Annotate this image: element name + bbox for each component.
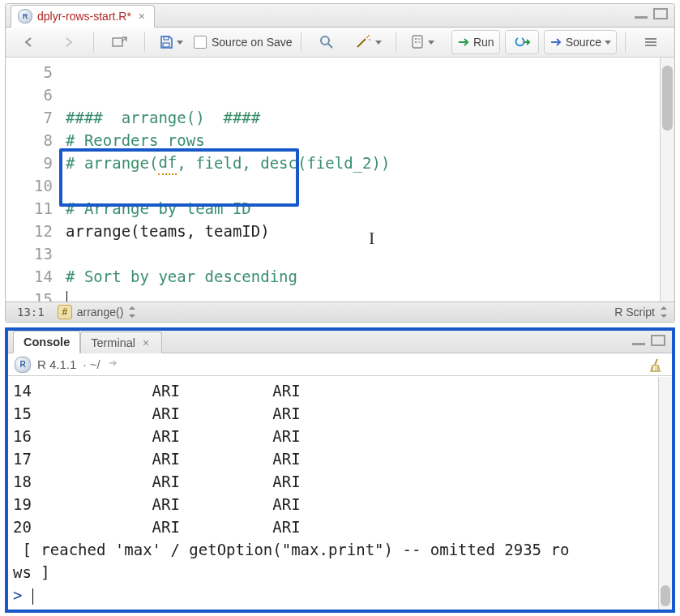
source-arrow-icon <box>550 36 562 48</box>
sort-arrows-icon <box>128 306 136 318</box>
code-line[interactable]: arrange(teams, teamID) <box>61 220 660 242</box>
save-button[interactable] <box>153 30 189 54</box>
console-pane-controls <box>631 335 665 346</box>
editor-status-bar: 13:1 # arrange() R Script <box>6 302 674 322</box>
editor-scrollbar[interactable] <box>660 58 674 302</box>
mouse-ibeam-cursor: I <box>369 229 374 247</box>
console-tab-strip: Console Terminal × <box>8 331 672 353</box>
go-to-dir-icon[interactable] <box>107 357 120 371</box>
working-dir-hint: · ~/ <box>83 357 100 371</box>
console-row: 17 ARI ARI <box>13 447 667 470</box>
maximize-pane-icon[interactable] <box>653 8 668 19</box>
chevron-down-icon <box>605 41 611 45</box>
r-version-label: R 4.1.1 <box>37 357 76 371</box>
console-scrollbar[interactable] <box>658 377 672 610</box>
back-button[interactable] <box>12 30 46 54</box>
svg-rect-14 <box>632 343 645 345</box>
svg-rect-2 <box>113 38 122 46</box>
console-row: 19 ARI ARI <box>13 493 667 515</box>
console-row: 15 ARI ARI <box>13 402 667 425</box>
sort-arrows-icon <box>660 306 668 318</box>
console-prompt[interactable]: > <box>13 584 667 606</box>
svg-rect-12 <box>415 41 417 43</box>
file-tab[interactable]: R dplyr-rows-start.R* × <box>11 5 155 28</box>
code-line[interactable]: #### arrange() #### <box>61 106 660 129</box>
tab-console-label: Console <box>24 336 70 349</box>
code-line[interactable]: # arrange(df, field, desc(field_2)) <box>61 152 660 174</box>
svg-rect-0 <box>635 16 648 19</box>
tab-terminal-label: Terminal <box>91 336 135 349</box>
rerun-button[interactable] <box>505 30 539 54</box>
file-type-selector[interactable]: R Script <box>614 306 668 319</box>
tab-terminal[interactable]: Terminal × <box>80 332 162 353</box>
file-tab-name: dplyr-rows-start.R* <box>37 10 131 23</box>
popout-source-button[interactable] <box>102 30 136 54</box>
console-row: ws ] <box>13 561 667 584</box>
svg-rect-10 <box>415 38 417 40</box>
run-button-label: Run <box>473 36 494 49</box>
svg-rect-1 <box>654 9 667 19</box>
chevron-down-icon <box>428 41 434 45</box>
console-info-bar: R R 4.1.1 · ~/ <box>8 353 672 376</box>
toolbar-separator <box>301 32 302 52</box>
cursor-position: 13:1 <box>12 305 49 319</box>
editor-toolbar: Source on Save <box>6 28 674 58</box>
code-content[interactable]: #### arrange() ##### Reorders rows# arra… <box>61 58 660 302</box>
svg-point-5 <box>321 36 329 45</box>
line-gutter: 56789101112131415 <box>6 58 61 302</box>
section-hash-icon: # <box>58 305 72 319</box>
section-label: arrange() <box>77 306 124 319</box>
source-on-save-checkbox[interactable] <box>194 36 207 49</box>
forward-button[interactable] <box>51 30 85 54</box>
find-button[interactable] <box>310 30 344 54</box>
file-type-label: R Script <box>614 306 655 319</box>
code-line[interactable] <box>61 288 660 302</box>
scroll-thumb[interactable] <box>662 66 673 130</box>
code-line[interactable] <box>61 174 660 197</box>
close-tab-icon[interactable]: × <box>136 11 148 22</box>
console-output[interactable]: 14 ARI ARI15 ARI ARI16 ARI ARI17 ARI ARI… <box>8 376 672 610</box>
svg-rect-4 <box>163 43 169 47</box>
text-caret <box>66 291 67 302</box>
close-tab-icon[interactable]: × <box>140 337 152 349</box>
source-button-label: Source <box>566 36 601 49</box>
outline-button[interactable] <box>634 30 668 54</box>
console-pane: Console Terminal × R R 4.1.1 · ~/ <box>5 327 675 613</box>
wand-button[interactable] <box>349 30 387 54</box>
scroll-thumb[interactable] <box>661 585 670 606</box>
code-line[interactable]: # Arrange by team ID <box>61 197 660 220</box>
r-logo-icon: R <box>15 357 31 373</box>
toolbar-separator <box>93 32 94 52</box>
code-line[interactable] <box>61 242 660 265</box>
run-arrow-icon <box>457 36 470 48</box>
console-row: 18 ARI ARI <box>13 470 667 493</box>
svg-rect-3 <box>164 36 169 40</box>
section-navigator[interactable]: # arrange() <box>58 305 137 319</box>
console-row: 20 ARI ARI <box>13 515 667 538</box>
text-caret <box>32 588 33 605</box>
code-line[interactable]: # Reorders rows <box>61 129 660 152</box>
svg-rect-11 <box>417 38 421 40</box>
r-file-icon: R <box>18 9 32 24</box>
svg-rect-13 <box>417 41 421 43</box>
code-line[interactable]: # Sort by year descending <box>61 265 660 288</box>
pane-controls <box>634 8 668 19</box>
editor-tab-strip: R dplyr-rows-start.R* × <box>6 4 674 28</box>
report-button[interactable] <box>404 30 440 54</box>
source-on-save-label: Source on Save <box>212 36 293 49</box>
svg-point-7 <box>369 39 370 41</box>
tab-console[interactable]: Console <box>13 331 80 353</box>
clear-console-icon[interactable] <box>648 357 664 373</box>
toolbar-separator <box>396 32 396 52</box>
code-editor[interactable]: 56789101112131415 #### arrange() ##### R… <box>6 58 674 302</box>
source-button[interactable]: Source <box>544 30 617 54</box>
run-button[interactable]: Run <box>451 30 500 54</box>
minimize-pane-icon[interactable] <box>634 8 648 19</box>
console-row: 14 ARI ARI <box>13 379 667 402</box>
svg-point-6 <box>366 36 368 38</box>
maximize-pane-icon[interactable] <box>651 335 665 346</box>
svg-rect-15 <box>652 336 665 345</box>
chevron-down-icon <box>177 41 183 45</box>
minimize-pane-icon[interactable] <box>631 335 646 346</box>
console-row: 16 ARI ARI <box>13 425 667 447</box>
